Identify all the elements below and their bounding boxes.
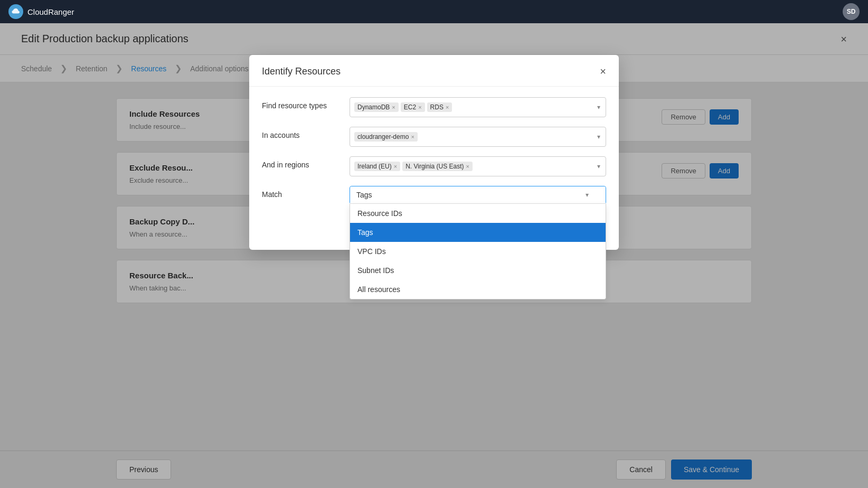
tag-n-virginia-remove[interactable]: × xyxy=(466,163,469,170)
tag-rds-remove[interactable]: × xyxy=(446,104,449,110)
top-navigation: CloudRanger SD xyxy=(0,0,868,23)
match-option-all-resources[interactable]: All resources xyxy=(350,280,606,299)
modal-title: Identify Resources xyxy=(262,66,341,77)
tag-cloudranger-demo: cloudranger-demo × xyxy=(354,132,418,142)
match-dropdown[interactable]: Tags ▾ Resource IDs Tags VPC IDs Subnet … xyxy=(350,186,606,204)
and-in-regions-row: And in regions Ireland (EU) × N. Virgini… xyxy=(262,156,606,176)
match-option-vpc-ids[interactable]: VPC IDs xyxy=(350,242,606,261)
in-accounts-select[interactable]: cloudranger-demo × ▾ xyxy=(350,127,606,147)
match-label: Match xyxy=(262,186,341,199)
match-chevron-icon: ▾ xyxy=(586,191,589,199)
identify-resources-modal: Identify Resources × Find resource types… xyxy=(249,55,619,250)
modal-overlay: Identify Resources × Find resource types… xyxy=(0,23,868,488)
match-option-tags[interactable]: Tags xyxy=(350,223,606,242)
page-content: Edit Production backup applications × Sc… xyxy=(0,23,868,488)
and-in-regions-chevron: ▾ xyxy=(597,163,600,170)
tag-ec2: EC2 × xyxy=(401,102,425,112)
tag-n-virginia: N. Virginia (US East) × xyxy=(402,162,473,171)
match-selected[interactable]: Tags ▾ xyxy=(350,186,606,204)
user-avatar[interactable]: SD xyxy=(843,3,860,20)
match-dropdown-list: Resource IDs Tags VPC IDs Subnet IDs All… xyxy=(350,204,606,299)
app-name: CloudRanger xyxy=(27,7,74,16)
tag-dynamodb-remove[interactable]: × xyxy=(392,104,395,110)
modal-body: Find resource types DynamoDB × EC2 × xyxy=(249,87,619,215)
in-accounts-chevron: ▾ xyxy=(597,133,600,140)
and-in-regions-field: Ireland (EU) × N. Virginia (US East) × ▾ xyxy=(350,156,606,176)
find-resource-types-field: DynamoDB × EC2 × RDS × ▾ xyxy=(350,97,606,117)
modal-close-button[interactable]: × xyxy=(600,65,606,78)
in-accounts-row: In accounts cloudranger-demo × ▾ xyxy=(262,127,606,147)
tag-rds: RDS × xyxy=(427,102,452,112)
modal-title-bar: Identify Resources × xyxy=(249,55,619,87)
in-accounts-field: cloudranger-demo × ▾ xyxy=(350,127,606,147)
match-field: Tags ▾ Resource IDs Tags VPC IDs Subnet … xyxy=(350,186,606,204)
match-selected-text: Tags xyxy=(356,191,372,199)
match-row: Match Tags ▾ Resource IDs Tags VPC IDs xyxy=(262,186,606,204)
in-accounts-label: In accounts xyxy=(262,127,341,139)
find-resource-types-select[interactable]: DynamoDB × EC2 × RDS × ▾ xyxy=(350,97,606,117)
tag-cloudranger-remove[interactable]: × xyxy=(411,134,414,140)
match-option-resource-ids[interactable]: Resource IDs xyxy=(350,204,606,223)
find-resource-types-chevron: ▾ xyxy=(597,104,600,111)
and-in-regions-select[interactable]: Ireland (EU) × N. Virginia (US East) × ▾ xyxy=(350,156,606,176)
logo-icon xyxy=(8,4,23,19)
and-in-regions-label: And in regions xyxy=(262,156,341,169)
tag-ireland-remove[interactable]: × xyxy=(394,163,397,170)
find-resource-types-label: Find resource types xyxy=(262,97,341,110)
find-resource-types-row: Find resource types DynamoDB × EC2 × xyxy=(262,97,606,117)
app-logo[interactable]: CloudRanger xyxy=(8,4,74,19)
match-option-subnet-ids[interactable]: Subnet IDs xyxy=(350,261,606,280)
tag-dynamodb: DynamoDB × xyxy=(354,102,399,112)
tag-ec2-remove[interactable]: × xyxy=(418,104,421,110)
tag-ireland: Ireland (EU) × xyxy=(354,162,400,171)
